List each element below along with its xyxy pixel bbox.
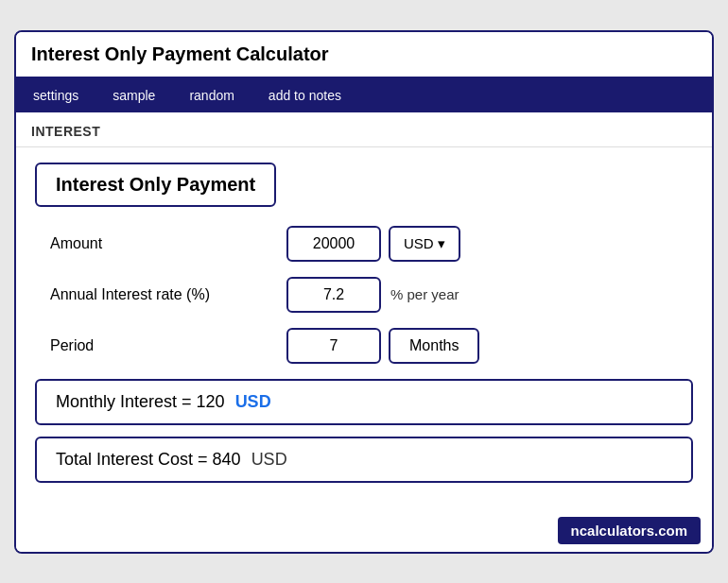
period-unit-selector[interactable]: Months xyxy=(389,328,479,364)
monthly-interest-label: Monthly Interest = 120 USD xyxy=(56,392,271,412)
interest-rate-row: Annual Interest rate (%) % per year xyxy=(35,277,693,313)
monthly-interest-value: Monthly Interest = 120 xyxy=(56,392,225,411)
total-interest-label: Total Interest Cost = 840 USD xyxy=(56,450,287,470)
interest-rate-input[interactable] xyxy=(286,277,381,313)
calculator-container: Interest Only Payment Calculator setting… xyxy=(14,30,714,554)
amount-label: Amount xyxy=(50,235,286,252)
monthly-interest-currency: USD xyxy=(235,392,271,411)
nav-random[interactable]: random xyxy=(172,78,251,112)
content-area: Interest Only Payment Amount USD ▾ Annua… xyxy=(16,147,712,509)
period-row: Period Months xyxy=(35,328,693,364)
section-header: INTEREST xyxy=(16,112,712,147)
nav-settings[interactable]: settings xyxy=(16,78,95,112)
footer-bar: ncalculators.com xyxy=(16,509,712,552)
currency-label: USD xyxy=(404,235,434,251)
period-label: Period xyxy=(50,337,286,354)
total-interest-result: Total Interest Cost = 840 USD xyxy=(35,437,693,483)
currency-arrow-icon: ▾ xyxy=(438,235,445,252)
monthly-interest-result: Monthly Interest = 120 USD xyxy=(35,379,693,425)
interest-rate-unit: % per year xyxy=(390,286,459,302)
amount-input[interactable] xyxy=(286,226,381,262)
result-type-label: Interest Only Payment xyxy=(35,163,276,207)
interest-rate-label: Annual Interest rate (%) xyxy=(50,286,286,303)
page-title: Interest Only Payment Calculator xyxy=(31,43,329,64)
currency-selector[interactable]: USD ▾ xyxy=(389,226,460,262)
amount-row: Amount USD ▾ xyxy=(35,226,693,262)
nav-bar: settings sample random add to notes xyxy=(16,78,712,112)
title-bar: Interest Only Payment Calculator xyxy=(16,32,712,78)
nav-sample[interactable]: sample xyxy=(95,78,172,112)
footer-logo: ncalculators.com xyxy=(558,517,701,544)
total-interest-value: Total Interest Cost = 840 xyxy=(56,450,241,469)
period-input[interactable] xyxy=(286,328,381,364)
total-interest-currency: USD xyxy=(251,450,287,469)
nav-add-to-notes[interactable]: add to notes xyxy=(251,78,358,112)
